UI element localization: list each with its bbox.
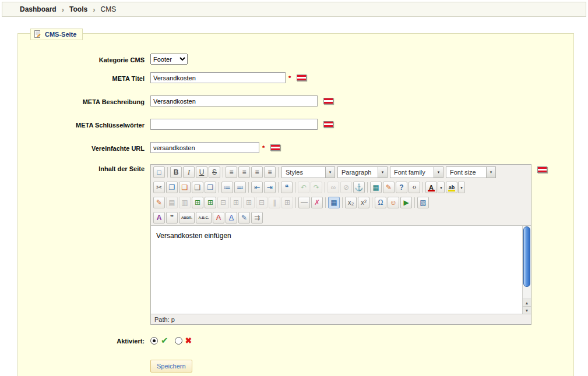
paste-as-text-button[interactable]: ❑	[192, 182, 203, 193]
table-row-props-button[interactable]: ▤	[166, 197, 178, 208]
aktiviert-radio-no[interactable]	[175, 337, 182, 345]
chevron-down-icon: ▾	[434, 167, 443, 178]
scroll-down-icon[interactable]: ▼	[523, 306, 531, 314]
help-button[interactable]: ?	[396, 182, 407, 193]
attributes-button[interactable]: ✎	[238, 212, 250, 224]
bullet-list-button[interactable]: ≔	[221, 182, 233, 193]
underline-button[interactable]: U	[196, 166, 207, 178]
image-button[interactable]: ▦	[370, 182, 382, 193]
font-color-arrow[interactable]: ▾	[438, 182, 445, 193]
ltr-button[interactable]: ⇉	[251, 212, 263, 224]
copy-button[interactable]: ❐	[166, 182, 178, 193]
breadcrumb-tools[interactable]: Tools	[69, 5, 87, 13]
paste-from-word-button[interactable]: ❒	[205, 182, 216, 193]
bold-button[interactable]: B	[170, 166, 182, 178]
template-button[interactable]: ▧	[417, 197, 429, 208]
outdent-button[interactable]: ⇤	[251, 182, 263, 193]
link-button[interactable]: ∞	[328, 182, 339, 193]
delete-col-button[interactable]: ⊟	[256, 197, 267, 208]
style-props-button[interactable]: A	[153, 212, 165, 224]
toolbar-separator	[342, 197, 343, 208]
scrollbar-thumb[interactable]	[523, 226, 530, 287]
toolbar-separator	[325, 182, 325, 193]
scrollbar-track[interactable]	[523, 288, 531, 299]
meta-titel-input[interactable]	[150, 72, 286, 83]
align-right-button[interactable]: ≡	[251, 166, 263, 178]
required-asterisk: *	[262, 144, 265, 151]
flag-austria-icon	[297, 75, 307, 81]
redo-button[interactable]: ↷	[311, 182, 322, 193]
toolbar-separator	[422, 182, 423, 193]
insert-row-after-button[interactable]: ⊞	[205, 197, 216, 208]
aktiviert-radio-yes[interactable]	[150, 337, 158, 345]
breadcrumb: Dashboard › Tools › CMS	[2, 2, 586, 17]
editor-scrollbar[interactable]: ▲ ▼	[522, 226, 531, 314]
insert-col-before-button[interactable]: ⊞	[230, 197, 242, 208]
media-button[interactable]: ▶	[400, 197, 412, 208]
styles-select[interactable]: Styles ▾	[281, 166, 335, 178]
abbreviation-button[interactable]: ABBR.	[179, 212, 195, 224]
strikethrough-button[interactable]: S	[209, 166, 220, 178]
del-button[interactable]: A	[213, 212, 224, 224]
acronym-button[interactable]: A.B.C.	[196, 212, 212, 224]
page-edit-button[interactable]: ✎	[153, 197, 165, 208]
scroll-up-icon[interactable]: ▲	[523, 299, 531, 306]
editor-text[interactable]: Versandkosten einfügen	[151, 226, 522, 314]
insert-col-after-button[interactable]: ⊞	[243, 197, 255, 208]
insert-row-before-button[interactable]: ⊞	[192, 197, 203, 208]
paste-button[interactable]: ❏	[179, 182, 191, 193]
italic-button[interactable]: I	[183, 166, 195, 178]
indent-button[interactable]: ⇥	[264, 182, 276, 193]
flag-austria-icon	[323, 98, 333, 104]
editor-path: Path: p	[154, 316, 175, 323]
editor-toolbar-row-4: A❞ABBR.A.B.C.AA✎⇉	[151, 210, 531, 225]
form-row-meta-titel: META Titel *	[18, 72, 573, 83]
font-size-select[interactable]: Font size ▾	[446, 166, 496, 178]
form-row-meta-schluesselwoerter: META Schlüsselwörter	[18, 119, 573, 130]
meta-beschreibung-input[interactable]	[150, 95, 318, 107]
toolbar-separator	[278, 182, 279, 193]
html-code-button[interactable]: ‹›	[409, 182, 420, 193]
font-color-button[interactable]: A	[425, 182, 437, 193]
breadcrumb-dashboard[interactable]: Dashboard	[20, 5, 57, 13]
chevron-right-icon: ›	[62, 5, 64, 14]
split-cells-button[interactable]: ∥	[269, 197, 280, 208]
save-button[interactable]: Speichern	[150, 360, 192, 373]
meta-schluesselwoerter-input[interactable]	[150, 119, 318, 130]
blockquote-button[interactable]: ❝	[281, 182, 293, 193]
flag-austria-icon	[537, 166, 547, 173]
cleanup-button[interactable]: ✎	[383, 182, 395, 193]
delete-row-button[interactable]: ⊟	[217, 197, 229, 208]
unlink-button[interactable]: ⊘	[340, 182, 352, 193]
editor-content-area: Versandkosten einfügen ▲ ▼	[151, 225, 531, 314]
cut-button[interactable]: ✂	[153, 182, 165, 193]
paragraph-select[interactable]: Paragraph ▾	[337, 166, 388, 178]
cite-button[interactable]: ❞	[166, 212, 178, 224]
subscript-button[interactable]: x₂	[345, 197, 357, 208]
align-center-button[interactable]: ≡	[238, 166, 250, 178]
breadcrumb-cms: CMS	[100, 5, 116, 13]
ins-button[interactable]: A	[226, 212, 237, 224]
panel-legend: CMS-Seite	[30, 29, 83, 40]
toolbar-separator	[367, 182, 368, 193]
kategorie-cms-select[interactable]: Footer	[150, 54, 188, 65]
anchor-button[interactable]: ⚓	[353, 182, 365, 193]
align-justify-button[interactable]: ≡	[264, 166, 276, 178]
new-document-button[interactable]: □	[153, 166, 165, 178]
emotions-button[interactable]: ☺	[388, 197, 399, 208]
visual-aid-button[interactable]: ▦	[328, 197, 340, 208]
highlight-color-arrow[interactable]: ▾	[458, 182, 465, 193]
undo-button[interactable]: ↶	[298, 182, 309, 193]
merge-cells-button[interactable]: ⊞	[281, 197, 293, 208]
charmap-button[interactable]: Ω	[375, 197, 386, 208]
superscript-button[interactable]: x²	[358, 197, 369, 208]
horizontal-rule-button[interactable]: —	[298, 197, 310, 208]
table-cell-props-button[interactable]: ▥	[179, 197, 191, 208]
numbered-list-button[interactable]: ≕	[234, 182, 246, 193]
align-left-button[interactable]: ≡	[226, 166, 237, 178]
font-family-select[interactable]: Font family ▾	[390, 166, 443, 178]
form-row-vereinfachte-url: Vereinfachte URL *	[18, 142, 573, 153]
remove-format-button[interactable]: ✗	[311, 197, 323, 208]
vereinfachte-url-input[interactable]	[150, 142, 259, 153]
highlight-color-button[interactable]: ab	[446, 182, 457, 193]
